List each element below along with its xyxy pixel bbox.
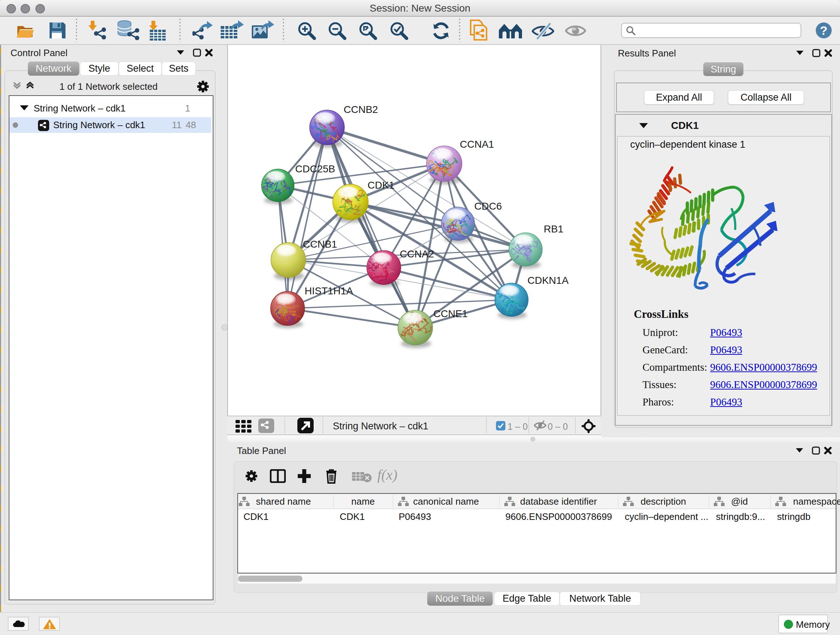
svg-text:CDKN1A: CDKN1A (527, 275, 569, 286)
svg-text:CCNB1: CCNB1 (303, 239, 337, 250)
svg-text:CCNA1: CCNA1 (460, 139, 494, 150)
svg-text:CCNA2: CCNA2 (400, 249, 434, 260)
svg-text:RB1: RB1 (544, 223, 563, 234)
svg-text:CDC6: CDC6 (474, 201, 502, 212)
svg-text:CCNB2: CCNB2 (344, 104, 378, 115)
svg-text:CDK1: CDK1 (368, 180, 395, 191)
svg-text:CDC25B: CDC25B (295, 163, 335, 174)
svg-text:CCNE1: CCNE1 (433, 308, 468, 319)
svg-text:HIST1H1A: HIST1H1A (305, 285, 353, 296)
